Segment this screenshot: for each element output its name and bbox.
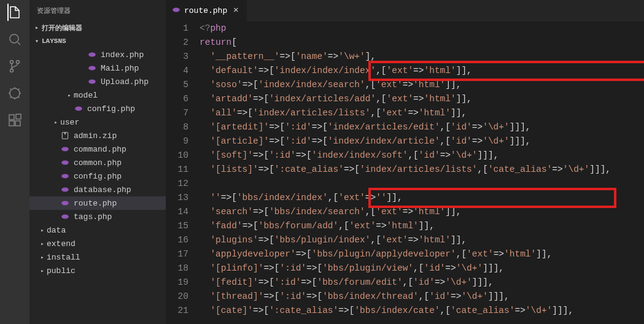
php-file-icon [87, 63, 97, 73]
tree-item-label: common.php [74, 158, 122, 168]
code-line[interactable]: '[cate]'=>[':cate_alias'=>['bbs/index/ca… [200, 304, 644, 318]
line-number: 11 [166, 163, 188, 177]
file-item[interactable]: index.php [29, 48, 166, 61]
php-file-icon [60, 185, 70, 195]
code-line[interactable]: 'soso'=>['index/index/search',['ext'=>'h… [200, 78, 644, 92]
line-number: 1 [166, 21, 188, 36]
line-number: 6 [166, 92, 188, 106]
section-label: LAYSNS [42, 37, 66, 45]
folder-item[interactable]: ▸data [29, 223, 166, 237]
folder-item[interactable]: ▸model [29, 88, 166, 102]
search-icon[interactable] [7, 32, 22, 47]
code-line[interactable]: 'search'=>['bbs/index/search',['ext'=>'h… [200, 205, 644, 219]
chevron-right-icon: ▸ [38, 241, 47, 247]
line-number: 18 [166, 261, 188, 276]
file-tree: index.phpMail.phpUpload.php▸modelconfig.… [29, 48, 166, 277]
file-item[interactable]: config.php [29, 169, 166, 183]
svg-rect-5 [9, 115, 14, 120]
php-file-icon [60, 198, 70, 208]
php-file-icon [172, 6, 180, 17]
svg-point-16 [61, 174, 69, 179]
line-number: 17 [166, 247, 188, 261]
svg-rect-7 [15, 121, 20, 126]
code-line[interactable]: '[lists]'=>[':cate_alias'=>['index/artic… [200, 163, 644, 177]
file-item[interactable]: Mail.php [29, 61, 166, 75]
tree-item-label: admin.zip [74, 131, 117, 141]
php-file-icon [60, 158, 70, 168]
folder-item[interactable]: ▸user [29, 115, 166, 129]
line-number: 9 [166, 134, 188, 148]
code-line[interactable]: '[artedit]'=>[':id'=>['index/articles/ed… [200, 120, 644, 134]
section-label: 打开的编辑器 [42, 23, 82, 33]
file-item[interactable]: route.php [29, 196, 166, 210]
code-line[interactable]: '[article]'=>[':id'=>['index/index/artic… [200, 134, 644, 148]
source-control-icon[interactable] [7, 59, 22, 74]
section-project[interactable]: ▾ LAYSNS [29, 34, 166, 48]
folder-item[interactable]: ▸public [29, 264, 166, 277]
file-item[interactable]: database.php [29, 183, 166, 196]
code-line[interactable]: 'artadd'=>['index/articles/add',['ext'=>… [200, 92, 644, 106]
code-line[interactable]: 'default'=>['index/index/index',['ext'=>… [200, 64, 644, 78]
activity-bar [0, 0, 29, 324]
line-number: 8 [166, 120, 188, 134]
line-number: 10 [166, 148, 188, 163]
code-line[interactable]: return[ [200, 36, 644, 50]
code-line[interactable]: 'all'=>['index/articles/lists',['ext'=>'… [200, 106, 644, 120]
file-item[interactable]: common.php [29, 156, 166, 169]
code-line[interactable]: '[thread]'=>[':id'=>['bbs/index/thread',… [200, 290, 644, 304]
file-item[interactable]: Upload.php [29, 75, 166, 88]
code-line[interactable]: <?php [200, 21, 644, 36]
code-line[interactable]: 'plugins'=>['bbs/plugin/index',['ext'=>'… [200, 233, 644, 247]
svg-point-0 [10, 34, 18, 43]
file-item[interactable]: tags.php [29, 210, 166, 223]
line-number: 19 [166, 276, 188, 290]
file-item[interactable]: config.php [29, 102, 166, 115]
tree-item-label: command.php [74, 145, 126, 154]
debug-icon[interactable] [7, 86, 22, 101]
chevron-right-icon: ▸ [52, 119, 60, 126]
php-file-icon [87, 50, 97, 60]
folder-item[interactable]: ▸extend [29, 237, 166, 250]
line-number: 7 [166, 106, 188, 120]
svg-point-18 [61, 201, 69, 206]
file-item[interactable]: admin.zip [29, 129, 166, 142]
file-item[interactable]: command.php [29, 142, 166, 156]
sidebar-title: 资源管理器 [29, 0, 166, 21]
code-line[interactable]: 'applydeveloper'=>['bbs/plugin/applydeve… [200, 247, 644, 261]
tab-label: route.php [184, 6, 227, 15]
svg-point-20 [173, 7, 180, 12]
tree-item-label: index.php [101, 50, 144, 60]
svg-point-12 [75, 107, 82, 111]
svg-rect-8 [16, 114, 21, 119]
line-number: 13 [166, 191, 188, 205]
folder-item[interactable]: ▸install [29, 250, 166, 264]
chevron-down-icon: ▾ [32, 37, 42, 45]
code-line[interactable]: '__pattern__'=>['name'=>'\w+'], [200, 50, 644, 64]
line-number: 4 [166, 64, 188, 78]
explorer-icon[interactable] [7, 5, 22, 20]
chevron-right-icon: ▸ [38, 227, 47, 234]
code-line[interactable]: 'fadd'=>['bbs/forum/add',['ext'=>'html']… [200, 219, 644, 233]
chevron-right-icon: ▸ [38, 254, 47, 261]
code-container[interactable]: 123456789101112131415161718192021 <?phpr… [166, 21, 644, 324]
line-number: 3 [166, 50, 188, 64]
code-line[interactable]: '[soft]'=>[':id'=>['index/index/soft',['… [200, 148, 644, 163]
extensions-icon[interactable] [7, 113, 22, 128]
tabs: route.php × [166, 0, 644, 21]
code-line[interactable]: ''=>['bbs/index/index',['ext'=>'']], [200, 191, 644, 205]
code-line[interactable]: '[plinfo]'=>[':id'=>['bbs/plugin/view',[… [200, 261, 644, 276]
code-line[interactable] [200, 177, 644, 191]
close-icon[interactable]: × [231, 6, 241, 16]
code[interactable]: <?phpreturn[ '__pattern__'=>['name'=>'\w… [200, 21, 644, 324]
tree-item-label: extend [47, 239, 76, 249]
section-open-editors[interactable]: ▸ 打开的编辑器 [29, 21, 166, 34]
svg-point-11 [88, 80, 96, 84]
svg-point-19 [61, 215, 69, 219]
tree-item-label: model [74, 91, 98, 100]
line-number: 2 [166, 36, 188, 50]
code-line[interactable]: '[fedit]'=>[':id'=>['bbs/forum/edit',['i… [200, 276, 644, 290]
svg-point-4 [10, 88, 20, 98]
tree-item-label: Upload.php [101, 77, 149, 87]
editor-area: route.php × 1234567891011121314151617181… [166, 0, 644, 324]
tab-route-php[interactable]: route.php × [166, 0, 247, 21]
